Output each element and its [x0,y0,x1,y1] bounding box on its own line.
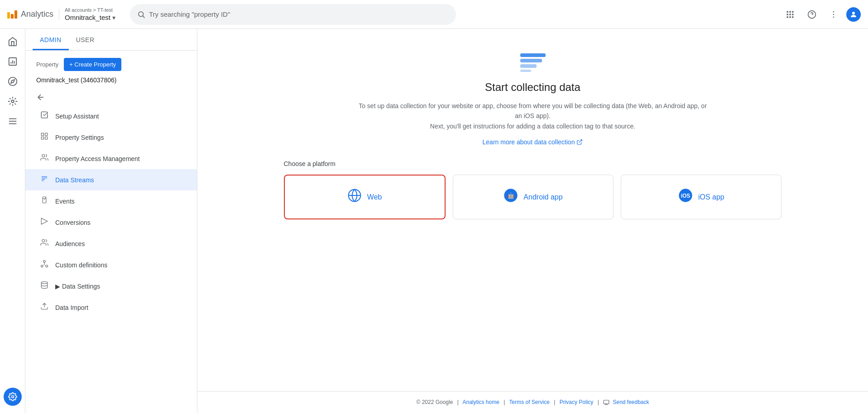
svg-line-1 [143,16,144,18]
svg-point-40 [43,261,46,263]
menu-item-custom-definitions[interactable]: Custom definitions [25,254,197,275]
menu-item-data-streams[interactable]: Data Streams [25,169,197,190]
sidebar-menu: Setup Assistant Property Settings [25,105,197,318]
menu-item-data-settings[interactable]: ▶Data Settings [25,275,197,297]
svg-rect-3 [789,11,791,12]
svg-rect-7 [792,14,793,15]
menu-item-events[interactable]: Events [25,190,197,212]
svg-point-16 [852,12,855,14]
svg-text:🤖: 🤖 [507,192,515,200]
external-link-icon [576,139,583,145]
explore-icon [8,76,18,86]
search-bar[interactable]: Try searching "property ID" [130,4,456,25]
advertising-icon [8,96,18,106]
svg-rect-51 [520,70,531,72]
admin-panel: ADMIN USER Property + Create Property Om… [25,29,197,413]
platform-android-label: Android app [523,193,562,201]
footer-terms[interactable]: Terms of Service [509,399,549,405]
admin-tabs: ADMIN USER [25,29,197,51]
footer-privacy[interactable]: Privacy Policy [560,399,594,405]
home-icon [8,37,18,47]
feedback-icon [603,399,609,406]
setup-assistant-icon [40,111,49,121]
svg-rect-29 [41,133,43,135]
content-main: Start collecting data To set up data col… [197,29,868,391]
menu-label-custom-definitions: Custom definitions [55,261,107,269]
help-button[interactable] [803,5,821,24]
logo-bar-1 [7,12,10,19]
nav-bottom [4,388,22,409]
svg-point-39 [42,239,45,242]
svg-rect-32 [45,137,48,139]
settings-icon [8,392,17,401]
app-name: Analytics [21,9,53,19]
svg-line-52 [579,140,582,142]
content-area: Start collecting data To set up data col… [197,29,868,413]
ios-icon: iOS [678,188,693,206]
platform-web-card[interactable]: Web [284,175,446,219]
platform-ios-card[interactable]: iOS iOS app [621,175,782,219]
svg-rect-5 [787,14,788,15]
avatar[interactable] [846,7,861,22]
svg-point-21 [8,77,16,85]
platform-ios-label: iOS app [698,193,724,201]
back-button[interactable] [25,89,197,105]
tab-admin[interactable]: ADMIN [33,31,69,50]
footer-feedback[interactable]: Send feedback [613,399,649,405]
data-streams-icon [40,175,49,185]
menu-label-events: Events [55,198,75,205]
menu-label-data-settings: ▶Data Settings [55,283,100,290]
svg-text:iOS: iOS [681,193,691,199]
svg-point-13 [833,11,834,12]
nav-explore-button[interactable] [4,72,22,90]
nav-reports-button[interactable] [4,52,22,71]
account-name[interactable]: Omnitrack_test ▾ [65,14,115,21]
menu-item-property-settings[interactable]: Property Settings [25,127,197,148]
learn-more-link[interactable]: Learn more about data collection [483,138,583,146]
header: Analytics All accounts > TT-test Omnitra… [0,0,868,29]
data-import-icon [40,302,49,313]
platform-android-card[interactable]: 🤖 Android app [453,175,614,219]
choose-platform-label: Choose a platform [284,160,782,167]
more-button[interactable] [825,5,843,24]
tab-user[interactable]: USER [69,31,102,50]
menu-item-access-management[interactable]: Property Access Management [25,148,197,169]
configure-icon [8,116,18,126]
more-icon [829,10,838,19]
property-label: Property [36,61,58,68]
menu-item-audiences[interactable]: Audiences [25,233,197,254]
svg-point-15 [833,16,834,18]
svg-rect-30 [45,133,48,135]
reports-icon [8,57,18,66]
svg-point-14 [833,14,834,15]
search-icon [137,10,145,19]
menu-label-setup-assistant: Setup Assistant [55,113,99,120]
svg-point-46 [41,282,48,284]
svg-rect-10 [792,16,793,18]
nav-home-button[interactable] [4,33,22,51]
svg-marker-38 [41,218,48,224]
web-icon [347,188,362,206]
property-settings-icon [40,132,49,142]
menu-item-data-import[interactable]: Data Import [25,297,197,318]
platform-section: Choose a platform Web [284,160,782,219]
nav-configure-button[interactable] [4,112,22,130]
header-divider [59,9,59,20]
menu-item-setup-assistant[interactable]: Setup Assistant [25,105,197,127]
data-collection-icon [518,51,547,74]
menu-label-data-streams: Data Streams [55,176,94,184]
access-management-icon [40,153,49,164]
custom-definitions-icon [40,260,49,270]
settings-fab-button[interactable] [4,388,22,406]
svg-point-26 [11,396,14,398]
app-logo[interactable]: Analytics [7,9,53,19]
svg-rect-48 [520,53,546,57]
grid-button[interactable] [781,5,799,24]
nav-advertising-button[interactable] [4,92,22,110]
account-selector[interactable]: All accounts > TT-test Omnitrack_test ▾ [65,7,115,21]
footer-analytics-home[interactable]: Analytics home [463,399,499,405]
create-property-button[interactable]: + Create Property [64,58,121,71]
menu-item-conversions[interactable]: Conversions [25,212,197,233]
data-settings-icon [40,281,49,291]
svg-rect-2 [787,11,788,12]
